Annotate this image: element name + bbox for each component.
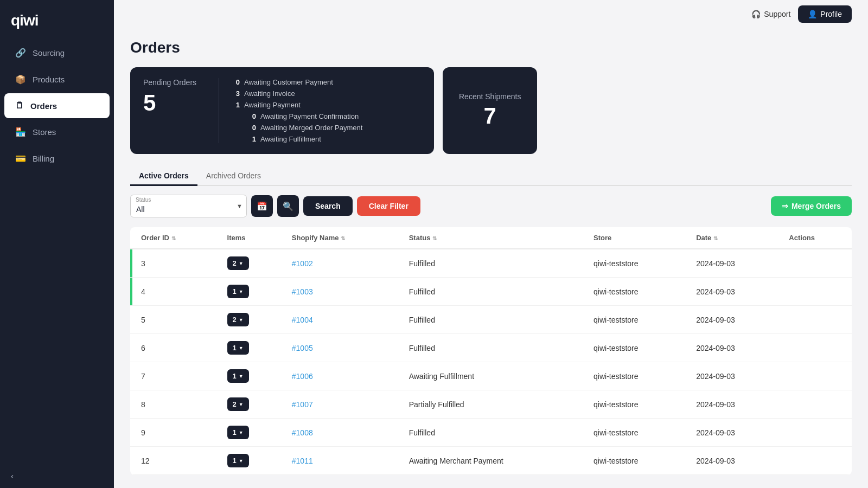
- shopify-name-cell: #1008: [283, 419, 400, 447]
- billing-icon: 💳: [15, 153, 26, 164]
- table-row: 91 ▼#1008Fulfilledqiwi-teststore2024-09-…: [130, 419, 852, 447]
- page-title: Orders: [130, 39, 852, 56]
- shopify-link[interactable]: #1002: [292, 259, 313, 268]
- items-cell: 2 ▼: [219, 390, 283, 419]
- status-select[interactable]: AllFulfilledAwaiting FulfillmentPartiall…: [130, 195, 247, 217]
- date-cell: 2024-09-03: [687, 362, 780, 390]
- order-id-cell: 7: [132, 362, 219, 390]
- tab-active[interactable]: Active Orders: [130, 167, 197, 186]
- products-icon: 📦: [15, 74, 26, 85]
- col-shopify_name[interactable]: Shopify Name⇅: [283, 227, 400, 249]
- sidebar-item-label: Stores: [33, 127, 56, 137]
- col-actions: Actions: [780, 227, 852, 249]
- shopify-link[interactable]: #1011: [292, 457, 313, 465]
- items-badge[interactable]: 1 ▼: [227, 426, 249, 439]
- profile-button[interactable]: 👤 Profile: [798, 5, 852, 23]
- table-row: 82 ▼#1007Partially Fulfilledqiwi-teststo…: [130, 390, 852, 419]
- items-cell: 1 ▼: [219, 362, 283, 390]
- main-content: 🎧 Support 👤 Profile Orders Pending Order…: [114, 0, 868, 488]
- shopify-name-cell: #1004: [283, 306, 400, 334]
- sidebar-item-orders[interactable]: 🗒Orders: [4, 93, 110, 118]
- col-store: Store: [585, 227, 687, 249]
- sidebar-nav: 🔗Sourcing📦Products🗒Orders🏪Stores💳Billing: [0, 39, 114, 172]
- items-cell: 1 ▼: [219, 419, 283, 447]
- shopify-name-cell: #1006: [283, 362, 400, 390]
- items-badge[interactable]: 2 ▼: [227, 397, 249, 411]
- awaiting-item: 0Awaiting Customer Payment: [232, 78, 362, 86]
- merge-orders-button[interactable]: ⇒ Merge Orders: [771, 196, 852, 216]
- shopify-name-cell: #1002: [283, 249, 400, 278]
- items-badge[interactable]: 2 ▼: [227, 256, 249, 270]
- shopify-link[interactable]: #1007: [292, 400, 313, 409]
- awaiting-item: 0Awaiting Merged Order Payment: [248, 124, 362, 132]
- sidebar-item-products[interactable]: 📦Products: [4, 67, 110, 92]
- shopify-link[interactable]: #1003: [292, 287, 313, 296]
- table-row: 41 ▼#1003Fulfilledqiwi-teststore2024-09-…: [130, 278, 852, 306]
- sidebar-item-label: Billing: [33, 154, 54, 163]
- shopify-link[interactable]: #1005: [292, 344, 313, 352]
- status-cell: Awaiting Fulfillment: [400, 362, 585, 390]
- store-cell: qiwi-teststore: [585, 278, 687, 306]
- col-status[interactable]: Status⇅: [400, 227, 585, 249]
- col-order_id[interactable]: Order ID⇅: [132, 227, 219, 249]
- date-cell: 2024-09-03: [687, 249, 780, 278]
- awaiting-items-list: 0Awaiting Customer Payment3Awaiting Invo…: [219, 78, 362, 143]
- app-logo: qiwi: [0, 0, 114, 39]
- order-id-cell: 3: [132, 249, 219, 278]
- actions-cell: [780, 390, 852, 419]
- pending-orders-left: Pending Orders 5: [143, 78, 219, 143]
- items-badge[interactable]: 1 ▼: [227, 341, 249, 355]
- status-cell: Fulfilled: [400, 334, 585, 362]
- order-id-cell: 5: [132, 306, 219, 334]
- items-badge[interactable]: 2 ▼: [227, 313, 249, 326]
- calendar-filter-btn[interactable]: 📅: [251, 195, 273, 217]
- actions-cell: [780, 362, 852, 390]
- headset-icon: 🎧: [751, 10, 761, 18]
- status-cell: Partially Fulfilled: [400, 390, 585, 419]
- items-badge[interactable]: 1 ▼: [227, 454, 249, 467]
- items-badge[interactable]: 1 ▼: [227, 285, 249, 298]
- table-row: 121 ▼#1011Awaiting Merchant Paymentqiwi-…: [130, 447, 852, 475]
- search-icon: 🔍: [283, 201, 293, 211]
- actions-cell: [780, 419, 852, 447]
- order-id-cell: 8: [132, 390, 219, 419]
- shopify-link[interactable]: #1008: [292, 428, 313, 437]
- calendar-icon: 📅: [257, 201, 267, 211]
- search-icon-btn[interactable]: 🔍: [277, 195, 299, 217]
- search-button[interactable]: Search: [303, 196, 353, 216]
- sidebar-collapse-btn[interactable]: ‹: [0, 464, 114, 488]
- tab-archived[interactable]: Archived Orders: [197, 167, 270, 186]
- filters-row: Status AllFulfilledAwaiting FulfillmentP…: [130, 195, 852, 217]
- sourcing-icon: 🔗: [15, 48, 26, 58]
- table-row: 32 ▼#1002Fulfilledqiwi-teststore2024-09-…: [130, 249, 852, 278]
- status-cell: Fulfilled: [400, 419, 585, 447]
- status-cell: Fulfilled: [400, 249, 585, 278]
- items-badge[interactable]: 1 ▼: [227, 369, 249, 383]
- merge-icon: ⇒: [782, 202, 788, 210]
- pending-orders-label: Pending Orders: [143, 78, 206, 87]
- store-cell: qiwi-teststore: [585, 306, 687, 334]
- store-cell: qiwi-teststore: [585, 419, 687, 447]
- date-cell: 2024-09-03: [687, 278, 780, 306]
- status-cell: Awaiting Merchant Payment: [400, 447, 585, 475]
- shopify-name-cell: #1003: [283, 278, 400, 306]
- table-body: 32 ▼#1002Fulfilledqiwi-teststore2024-09-…: [130, 249, 852, 475]
- sidebar-item-label: Sourcing: [33, 48, 65, 57]
- order-id-cell: 12: [132, 447, 219, 475]
- orders-table: Order ID⇅ItemsShopify Name⇅Status⇅StoreD…: [130, 227, 852, 475]
- pending-orders-count: 5: [143, 90, 206, 116]
- col-date[interactable]: Date⇅: [687, 227, 780, 249]
- store-cell: qiwi-teststore: [585, 447, 687, 475]
- sidebar-item-stores[interactable]: 🏪Stores: [4, 119, 110, 145]
- sidebar-item-sourcing[interactable]: 🔗Sourcing: [4, 40, 110, 66]
- shopify-link[interactable]: #1006: [292, 372, 313, 381]
- store-cell: qiwi-teststore: [585, 362, 687, 390]
- clear-filter-button[interactable]: Clear Filter: [357, 196, 420, 216]
- orders-tabs: Active OrdersArchived Orders: [130, 167, 852, 186]
- sidebar-item-billing[interactable]: 💳Billing: [4, 146, 110, 171]
- support-link[interactable]: 🎧 Support: [751, 10, 790, 18]
- store-cell: qiwi-teststore: [585, 390, 687, 419]
- awaiting-item: 1Awaiting Payment: [232, 101, 362, 109]
- items-cell: 2 ▼: [219, 249, 283, 278]
- shopify-link[interactable]: #1004: [292, 316, 313, 324]
